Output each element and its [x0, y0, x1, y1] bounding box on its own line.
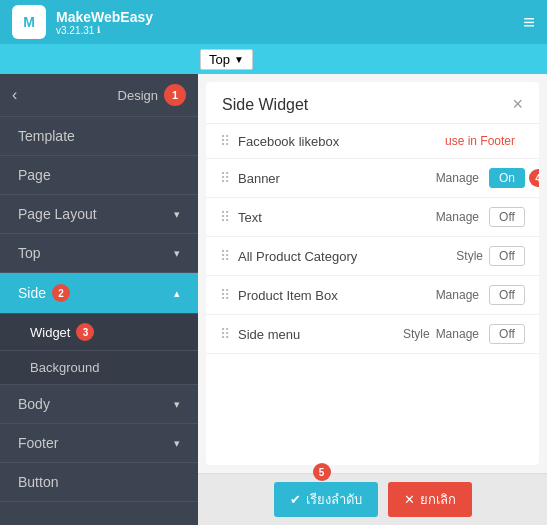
cancel-button[interactable]: ✕ ยกเลิก: [388, 482, 472, 517]
sidebar-item-side[interactable]: Side 2 ▴: [0, 273, 198, 314]
main-layout: ‹ Design 1 Template Page Page Layout ▾ T…: [0, 74, 547, 525]
sidebar-item-page[interactable]: Page: [0, 156, 198, 195]
sidebar-sub-item-background[interactable]: Background: [0, 351, 198, 385]
row-name-banner: Banner: [238, 171, 436, 186]
use-in-footer-label: use in Footer: [445, 134, 515, 148]
app-logo: M: [12, 5, 46, 39]
row-facebook-likebox: ⠿ Facebook likebox use in Footer: [206, 124, 539, 159]
design-label: Design: [25, 88, 158, 103]
top-arrow-icon: ▾: [174, 247, 180, 260]
side-widget-panel: Side Widget × ⠿ Facebook likebox use in …: [206, 82, 539, 465]
side-arrow-icon: ▴: [174, 287, 180, 300]
panel-footer-bar: 5 ✔ เรียงลำดับ ✕ ยกเลิก: [198, 473, 547, 525]
drag-handle-icon[interactable]: ⠿: [220, 209, 230, 225]
sub-header: Top ▼: [0, 44, 547, 74]
app-title-block: MakeWebEasy v3.21.31 ℹ: [56, 9, 153, 36]
drag-handle-icon[interactable]: ⠿: [220, 170, 230, 186]
checkmark-icon: ✔: [290, 492, 301, 507]
panel-title: Side Widget: [222, 96, 308, 114]
row-name-product-item-box: Product Item Box: [238, 288, 436, 303]
sidebar-back-button[interactable]: ‹ Design 1: [0, 74, 198, 117]
content-area: Side Widget × ⠿ Facebook likebox use in …: [198, 74, 547, 525]
row-name-text: Text: [238, 210, 436, 225]
side-menu-toggle-off[interactable]: Off: [489, 324, 525, 344]
app-name: MakeWebEasy: [56, 9, 153, 25]
product-item-manage-label: Manage: [436, 288, 479, 302]
close-icon[interactable]: ×: [512, 94, 523, 115]
row-name-all-product-category: All Product Category: [238, 249, 456, 264]
banner-manage-label: Manage: [436, 171, 479, 185]
all-product-toggle-off[interactable]: Off: [489, 246, 525, 266]
badge-5: 5: [313, 463, 331, 481]
side-menu-style-label: Style: [403, 327, 430, 341]
text-toggle-off[interactable]: Off: [489, 207, 525, 227]
drag-handle-icon[interactable]: ⠿: [220, 248, 230, 264]
badge-2: 2: [52, 284, 70, 302]
dropdown-arrow-icon: ▼: [234, 54, 244, 65]
sidebar-item-page-layout[interactable]: Page Layout ▾: [0, 195, 198, 234]
badge-3: 3: [76, 323, 94, 341]
body-arrow-icon: ▾: [174, 398, 180, 411]
badge-1: 1: [164, 84, 186, 106]
row-product-item-box: ⠿ Product Item Box Manage Off: [206, 276, 539, 315]
sidebar-item-button[interactable]: Button: [0, 463, 198, 502]
cancel-x-icon: ✕: [404, 492, 415, 507]
panel-header: Side Widget ×: [206, 82, 539, 124]
info-icon: ℹ: [97, 25, 100, 35]
app-version: v3.21.31 ℹ: [56, 25, 153, 36]
drag-handle-icon[interactable]: ⠿: [220, 326, 230, 342]
sidebar: ‹ Design 1 Template Page Page Layout ▾ T…: [0, 74, 198, 525]
top-dropdown[interactable]: Top ▼: [200, 49, 253, 70]
back-arrow-icon: ‹: [12, 86, 17, 104]
drag-handle-icon[interactable]: ⠿: [220, 133, 230, 149]
hamburger-icon[interactable]: ≡: [523, 11, 535, 34]
row-all-product-category: ⠿ All Product Category Style Off: [206, 237, 539, 276]
row-text: ⠿ Text Manage Off: [206, 198, 539, 237]
sidebar-item-template[interactable]: Template: [0, 117, 198, 156]
all-product-style-label: Style: [456, 249, 483, 263]
sidebar-sub-item-widget[interactable]: Widget 3: [0, 314, 198, 351]
badge-4: 4: [529, 169, 539, 187]
banner-toggle-on[interactable]: On: [489, 168, 525, 188]
drag-handle-icon[interactable]: ⠿: [220, 287, 230, 303]
footer-arrow-icon: ▾: [174, 437, 180, 450]
row-name-facebook: Facebook likebox: [238, 134, 445, 149]
sidebar-item-footer[interactable]: Footer ▾: [0, 424, 198, 463]
order-button[interactable]: ✔ เรียงลำดับ: [274, 482, 378, 517]
sidebar-item-top[interactable]: Top ▾: [0, 234, 198, 273]
row-side-menu: ⠿ Side menu Style Manage Off: [206, 315, 539, 354]
row-name-side-menu: Side menu: [238, 327, 403, 342]
product-item-toggle-off[interactable]: Off: [489, 285, 525, 305]
page-layout-arrow-icon: ▾: [174, 208, 180, 221]
row-banner: ⠿ Banner Manage On 4: [206, 159, 539, 198]
side-menu-manage-label: Manage: [436, 327, 479, 341]
app-header: M MakeWebEasy v3.21.31 ℹ ≡: [0, 0, 547, 44]
text-manage-label: Manage: [436, 210, 479, 224]
sidebar-item-body[interactable]: Body ▾: [0, 385, 198, 424]
